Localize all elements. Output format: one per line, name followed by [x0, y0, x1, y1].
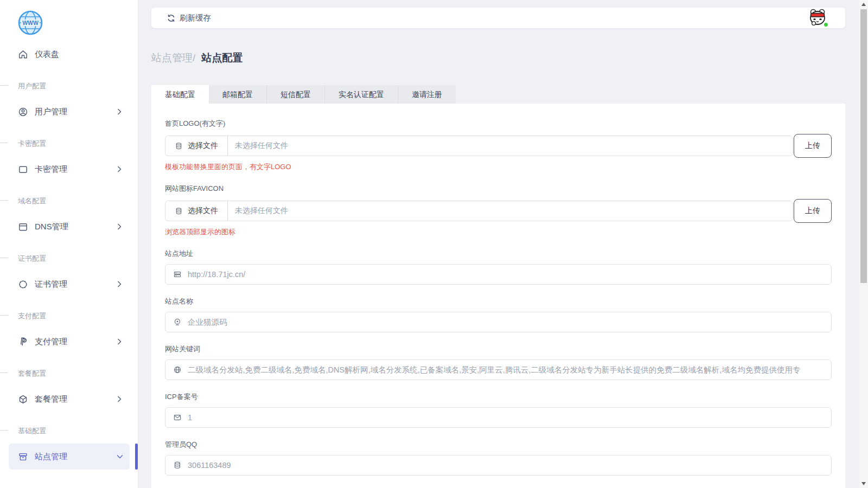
chevron-right-icon	[117, 338, 122, 345]
sidebar-item-dns[interactable]: DNS管理	[0, 219, 138, 234]
keywords-input[interactable]	[188, 365, 825, 374]
site-name-input[interactable]	[188, 318, 825, 326]
field-label-keywords: 网站关键词	[165, 344, 832, 354]
sidebar-item-payment[interactable]: 支付管理	[0, 334, 138, 349]
field-label-admin-qq: 管理员QQ	[165, 440, 832, 450]
card-icon	[18, 164, 28, 175]
field-label-logo: 首页LOGO(有文字)	[165, 119, 832, 129]
no-file-text: 未选择任何文件	[228, 206, 288, 216]
config-tabs: 基础配置 邮箱配置 短信配置 实名认证配置 邀请注册	[151, 85, 456, 104]
webcam-icon	[173, 318, 182, 326]
scroll-up-arrow[interactable]	[861, 3, 866, 6]
sidebar-item-cards[interactable]: 卡密管理	[0, 162, 138, 177]
home-icon	[18, 49, 28, 60]
scroll-down-arrow[interactable]	[861, 482, 866, 485]
archive-box-icon	[18, 452, 28, 462]
online-status-dot	[823, 22, 829, 28]
server-icon	[173, 270, 182, 279]
seal-badge-icon	[18, 279, 28, 290]
no-file-text: 未选择任何文件	[228, 141, 288, 151]
upload-favicon-button[interactable]: 上传	[794, 199, 832, 223]
site-logo[interactable]: WWW	[17, 10, 43, 36]
admin-qq-field	[165, 455, 832, 476]
field-label-favicon: 网站图标FAVICON	[165, 184, 832, 194]
icp-input[interactable]	[188, 413, 825, 422]
breadcrumb-parent[interactable]: 站点管理/	[151, 52, 195, 63]
sidebar-section-card: 卡密配置	[18, 139, 138, 146]
sidebar-section-basic: 基础配置	[18, 426, 138, 434]
chevron-right-icon	[117, 223, 122, 230]
sidebar-item-dashboard[interactable]: 仪表盘	[0, 47, 138, 62]
site-url-field	[165, 264, 832, 285]
tab-sms-config[interactable]: 短信配置	[267, 85, 325, 104]
choose-file-button[interactable]: 选择文件	[165, 136, 228, 156]
database-icon	[175, 142, 183, 150]
favicon-upload-row: 选择文件 未选择任何文件 上传	[165, 199, 832, 223]
logo-file-input[interactable]: 选择文件 未选择任何文件	[165, 136, 793, 156]
site-url-input[interactable]	[188, 270, 825, 279]
top-toolbar: 刷新缓存	[151, 8, 845, 28]
sidebar-section-package: 套餐配置	[18, 369, 138, 376]
svg-text:WWW: WWW	[22, 20, 39, 26]
sidebar-item-users[interactable]: 用户管理	[0, 104, 138, 119]
database-icon	[173, 461, 182, 470]
admin-qq-input[interactable]	[188, 461, 825, 470]
keywords-field	[165, 359, 832, 380]
main-content: 刷新缓存 站点管理/ 站点配置 基础配置	[138, 0, 859, 488]
tab-realname-config[interactable]: 实名认证配置	[325, 85, 398, 104]
chevron-right-icon	[117, 108, 122, 115]
refresh-cache-label: 刷新缓存	[180, 13, 211, 23]
sidebar-section-domain: 域名配置	[18, 196, 138, 204]
favicon-hint-text: 浏览器顶部显示的图标	[165, 227, 832, 237]
logo-hint-text: 模板功能替换里面的页面，有文字LOGO	[165, 162, 832, 172]
page-title: 站点配置	[202, 52, 243, 63]
sidebar-section-payment: 支付配置	[18, 311, 138, 319]
chevron-open-icon	[117, 454, 123, 459]
sidebar-item-packages[interactable]: 套餐管理	[0, 391, 138, 407]
globe-www-icon: WWW	[17, 10, 43, 36]
user-avatar[interactable]	[807, 8, 828, 28]
browser-window-icon	[18, 222, 28, 232]
package-box-icon	[18, 394, 28, 404]
tab-email-config[interactable]: 邮箱配置	[209, 85, 267, 104]
favicon-file-input[interactable]: 选择文件 未选择任何文件	[165, 201, 793, 221]
site-name-field	[165, 312, 832, 332]
sidebar-item-certs[interactable]: 证书管理	[0, 277, 138, 292]
sidebar: WWW 仪表盘 用户配置 用户管理	[0, 0, 138, 488]
chevron-right-icon	[117, 166, 122, 172]
breadcrumb: 站点管理/ 站点配置	[151, 51, 845, 65]
page-scrollbar[interactable]	[859, 0, 868, 488]
globe-icon	[173, 365, 182, 374]
refresh-cache-button[interactable]: 刷新缓存	[167, 13, 211, 23]
mail-icon	[173, 413, 182, 422]
sidebar-section-cert: 证书配置	[18, 254, 138, 261]
logo-upload-row: 选择文件 未选择任何文件 上传	[165, 134, 832, 158]
chevron-right-icon	[117, 281, 122, 287]
choose-file-button[interactable]: 选择文件	[165, 201, 228, 221]
field-label-site-name: 站点名称	[165, 297, 832, 306]
refresh-icon	[167, 14, 176, 23]
tab-invite-register[interactable]: 邀请注册	[398, 85, 456, 104]
scrollbar-thumb[interactable]	[860, 9, 867, 283]
sidebar-item-site-management[interactable]: 站点管理	[9, 444, 130, 470]
upload-logo-button[interactable]: 上传	[794, 134, 832, 158]
tab-basic-config[interactable]: 基础配置	[151, 85, 209, 104]
sidebar-section-user: 用户配置	[18, 81, 138, 89]
app-window: WWW 仪表盘 用户配置 用户管理	[0, 0, 859, 488]
user-circle-icon	[18, 107, 28, 117]
icp-field	[165, 407, 832, 428]
basic-config-panel: 首页LOGO(有文字) 选择文件 未选择任何文件 上传 模板功能替换里面的页面	[151, 104, 845, 488]
field-label-icp: ICP备案号	[165, 392, 832, 402]
chevron-right-icon	[117, 396, 122, 402]
field-label-site-url: 站点地址	[165, 249, 832, 259]
paypal-icon	[18, 337, 28, 347]
sidebar-item-label: 仪表盘	[35, 49, 138, 60]
database-icon	[175, 207, 183, 215]
